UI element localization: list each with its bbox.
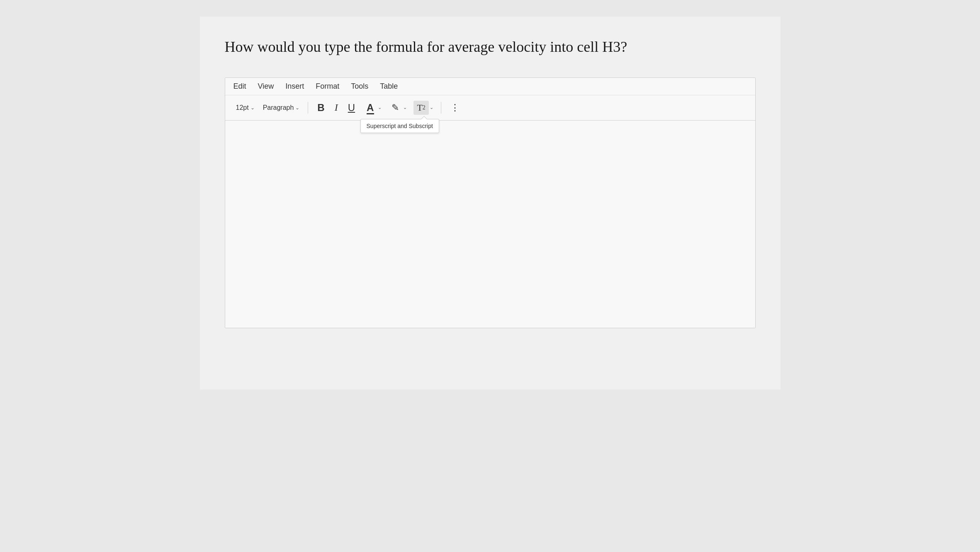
- paragraph-style-value: Paragraph: [263, 104, 294, 111]
- highlight-dropdown[interactable]: ✎ ⌄: [387, 99, 409, 116]
- toolbar-divider-1: [308, 102, 308, 114]
- menu-item-table[interactable]: Table: [380, 82, 398, 91]
- paragraph-style-chevron-icon: ⌄: [295, 105, 299, 111]
- highlight-button: ✎: [388, 101, 402, 115]
- font-size-chevron-icon: ⌄: [250, 105, 255, 111]
- font-size-dropdown[interactable]: 12pt ⌄: [233, 102, 257, 113]
- italic-button[interactable]: I: [331, 100, 341, 115]
- font-size-value: 12pt: [236, 104, 249, 111]
- editor-container: Edit View Insert Format Tools Table 12pt…: [225, 77, 756, 328]
- superscript-dropdown[interactable]: T2 ⌄ Superscript and Subscript: [412, 99, 435, 116]
- paragraph-style-dropdown[interactable]: Paragraph ⌄: [260, 102, 302, 113]
- superscript-exp: 2: [423, 104, 426, 111]
- menu-item-tools[interactable]: Tools: [351, 82, 368, 91]
- bold-label: B: [317, 102, 324, 114]
- underline-label: U: [348, 102, 355, 114]
- editor-body[interactable]: [225, 121, 755, 328]
- font-color-button: A: [363, 100, 377, 115]
- menu-item-insert[interactable]: Insert: [285, 82, 304, 91]
- font-color-dropdown[interactable]: A ⌄: [362, 99, 383, 117]
- toolbar: 12pt ⌄ Paragraph ⌄ B I U: [225, 95, 755, 121]
- menu-item-view[interactable]: View: [258, 82, 274, 91]
- menu-item-format[interactable]: Format: [316, 82, 339, 91]
- font-color-chevron-icon: ⌄: [378, 105, 382, 110]
- more-options-button[interactable]: ⋮: [447, 101, 463, 115]
- page-container: How would you type the formula for avera…: [200, 17, 781, 390]
- bold-button[interactable]: B: [314, 100, 328, 115]
- question-text: How would you type the formula for avera…: [225, 37, 756, 57]
- superscript-label: T: [417, 102, 422, 113]
- superscript-tooltip: Superscript and Subscript: [360, 119, 439, 133]
- superscript-button: T2: [413, 101, 428, 115]
- tooltip-text: Superscript and Subscript: [367, 123, 433, 129]
- toolbar-divider-2: [441, 102, 441, 114]
- italic-label: I: [335, 102, 338, 113]
- highlight-icon: ✎: [392, 102, 399, 113]
- menu-bar: Edit View Insert Format Tools Table: [225, 78, 755, 95]
- highlight-chevron-icon: ⌄: [403, 105, 407, 110]
- underline-button[interactable]: U: [345, 100, 358, 115]
- font-color-label: A: [367, 102, 374, 114]
- menu-item-edit[interactable]: Edit: [233, 82, 246, 91]
- font-color-indicator: [367, 113, 374, 114]
- superscript-chevron-icon: ⌄: [430, 105, 433, 110]
- more-options-label: ⋮: [450, 102, 460, 113]
